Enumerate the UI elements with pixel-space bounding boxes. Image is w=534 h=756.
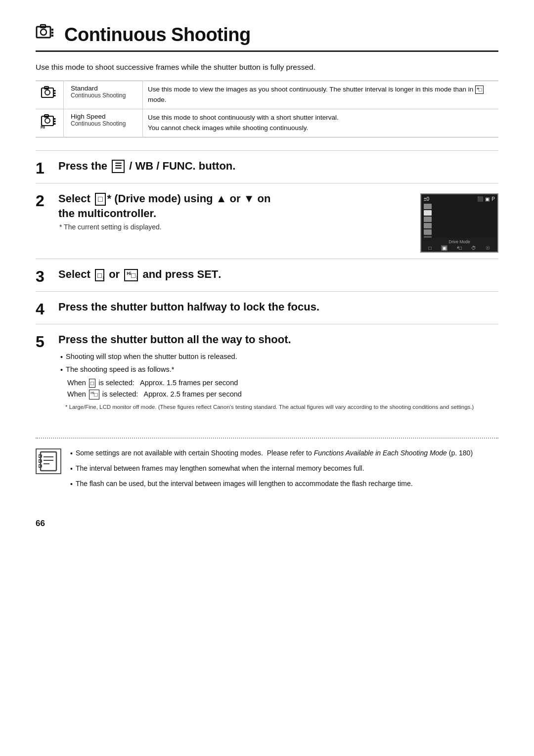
step-2-with-image: Select □* (Drive mode) using ▲ or ▼ onth… — [58, 191, 498, 253]
step-5-number: 5 — [36, 332, 58, 351]
lcd-exposure-icon: ±0 — [424, 196, 429, 202]
lcd-icon-4: ⏱ — [471, 245, 476, 251]
hi-cont-icon: Hi□ᵢ — [124, 269, 138, 281]
note-content: Some settings are not available with cer… — [70, 447, 498, 494]
step-5-title: Press the shutter button all the way to … — [58, 332, 498, 347]
mode-desc-standard: Use this mode to view the images as you … — [143, 81, 499, 109]
lcd-seg — [424, 204, 432, 209]
mode-row-standard: Standard Continuous Shooting Use this mo… — [36, 81, 498, 109]
mode-table: Standard Continuous Shooting Use this mo… — [36, 81, 498, 137]
step-5: 5 Press the shutter button all the way t… — [36, 324, 498, 417]
svg-text:Hi: Hi — [41, 125, 45, 129]
mode-label-standard: Standard Continuous Shooting — [64, 81, 143, 109]
speed-line-hi: When Hi□ᵢ is selected: Approx. 2.5 frame… — [67, 389, 498, 400]
intro-text: Use this mode to shoot successive frames… — [36, 63, 498, 72]
step-2-text: Select □* (Drive mode) using ▲ or ▼ onth… — [58, 191, 411, 231]
step-5-bullets: Shooting will stop when the shutter butt… — [58, 351, 498, 376]
bullet-1: Shooting will stop when the shutter butt… — [60, 351, 498, 362]
svg-rect-5 — [51, 35, 53, 37]
lcd-icons-row: □ ▣ ⁴□ ⏱ ☉ — [424, 245, 495, 251]
step-2-number: 2 — [36, 191, 58, 210]
step-4-number: 4 — [36, 300, 58, 318]
step-3-number: 3 — [36, 267, 58, 285]
speed-line-std: When □ᵢ is selected: When is selected: A… — [67, 377, 498, 389]
or-text: or — [109, 268, 123, 280]
std-icon-speed: □ᵢ — [89, 379, 95, 388]
note-item-1: Some settings are not available with cer… — [70, 447, 498, 459]
dotted-separator — [36, 438, 498, 439]
set-label: SET — [197, 268, 218, 280]
step-3: 3 Select □ᵢ or Hi□ᵢ and press SET. — [36, 259, 498, 291]
svg-rect-11 — [54, 95, 56, 96]
page-number: 66 — [36, 519, 498, 529]
lcd-seg — [424, 229, 432, 235]
lcd-drive-label: Drive Mode — [424, 239, 495, 244]
hi-icon-speed: Hi□ᵢ — [89, 390, 99, 400]
func-label: FUNC. — [163, 160, 196, 172]
step-4-title: Press the shutter button halfway to lock… — [58, 300, 498, 314]
step-4: 4 Press the shutter button halfway to lo… — [36, 291, 498, 324]
functions-ref: Functions Available in Each Shooting Mod… — [314, 449, 447, 457]
hi-mode-ref-icon: ⁴□ — [475, 86, 484, 94]
mode-label-highspeed: High Speed Continuous Shooting — [64, 109, 143, 137]
step-1-content: Press the ☰ / WB / FUNC. button. — [58, 159, 498, 174]
step-1: 1 Press the ☰ / WB / FUNC. button. — [36, 150, 498, 183]
lcd-segments — [421, 203, 497, 242]
mode-icon-standard — [36, 81, 64, 109]
lcd-mode-icon: P — [491, 196, 495, 202]
drive-icon: □ — [95, 193, 106, 206]
mode-icon-highspeed: Hi — [36, 109, 64, 137]
svg-rect-0 — [37, 27, 50, 38]
step-5-footnote: * Large/Fine, LCD monitor off mode. (The… — [58, 403, 498, 411]
lcd-seg — [424, 217, 432, 222]
svg-rect-10 — [54, 92, 56, 94]
note-item-3: The flash can be used, but the interval … — [70, 478, 498, 489]
step-5-content: Press the shutter button all the way to … — [58, 332, 498, 411]
step-2: 2 Select □* (Drive mode) using ▲ or ▼ on… — [36, 183, 498, 259]
lcd-seg-active — [424, 210, 432, 216]
camera-lcd: ±0 ⬛ ▣ P — [420, 193, 498, 253]
svg-rect-15 — [54, 118, 56, 120]
step-2-content: Select □* (Drive mode) using ▲ or ▼ onth… — [58, 191, 498, 253]
svg-rect-4 — [51, 32, 53, 34]
step-3-title: Select □ᵢ or Hi□ᵢ and press SET. — [58, 267, 498, 282]
step-4-content: Press the shutter button halfway to lock… — [58, 300, 498, 314]
mode-desc-highspeed: Use this mode to shoot continuously with… — [143, 109, 499, 137]
svg-point-14 — [45, 118, 50, 123]
step-3-content: Select □ᵢ or Hi□ᵢ and press SET. — [58, 267, 498, 282]
steps-container: 1 Press the ☰ / WB / FUNC. button. 2 Sel… — [36, 150, 498, 418]
page-title: Continuous Shooting — [64, 24, 251, 45]
lcd-icon-3: ⁴□ — [457, 245, 462, 251]
lcd-card-icon: ▣ — [485, 196, 490, 202]
menu-icon: ☰ — [112, 160, 125, 173]
svg-point-8 — [45, 90, 50, 95]
svg-rect-17 — [54, 123, 56, 125]
lcd-battery-icon: ⬛ — [477, 196, 483, 202]
step-1-title: Press the ☰ / WB / FUNC. button. — [58, 159, 498, 174]
wb-label: WB — [135, 160, 154, 172]
notes-list: Some settings are not available with cer… — [70, 447, 498, 490]
lcd-icon-2-selected: ▣ — [441, 245, 447, 251]
svg-rect-3 — [51, 29, 53, 31]
step-2-subtitle: * The current setting is displayed. — [58, 223, 411, 231]
lcd-icon-1: □ — [429, 245, 432, 251]
speed-lines: When □ᵢ is selected: When is selected: A… — [58, 377, 498, 400]
svg-rect-19 — [41, 452, 56, 471]
lcd-seg — [424, 223, 432, 228]
page-header: Continuous Shooting — [36, 24, 498, 52]
svg-rect-9 — [54, 90, 56, 91]
step-2-title: Select □* (Drive mode) using ▲ or ▼ onth… — [58, 191, 411, 221]
svg-rect-16 — [54, 121, 56, 122]
svg-point-2 — [41, 29, 46, 35]
bullet-2: The shooting speed is as follows.* — [60, 364, 498, 375]
lcd-bottom: Drive Mode □ ▣ ⁴□ ⏱ ☉ — [421, 238, 497, 252]
mode-row-highspeed: Hi High Speed Continuous Shooting Use th… — [36, 109, 498, 137]
note-icon — [36, 448, 61, 474]
section-icon — [36, 24, 56, 45]
note-box: Some settings are not available with cer… — [36, 447, 498, 494]
lcd-icon-5: ☉ — [486, 245, 490, 251]
note-item-2: The interval between frames may lengthen… — [70, 463, 498, 474]
step-1-number: 1 — [36, 159, 58, 177]
std-cont-icon: □ᵢ — [95, 269, 104, 281]
